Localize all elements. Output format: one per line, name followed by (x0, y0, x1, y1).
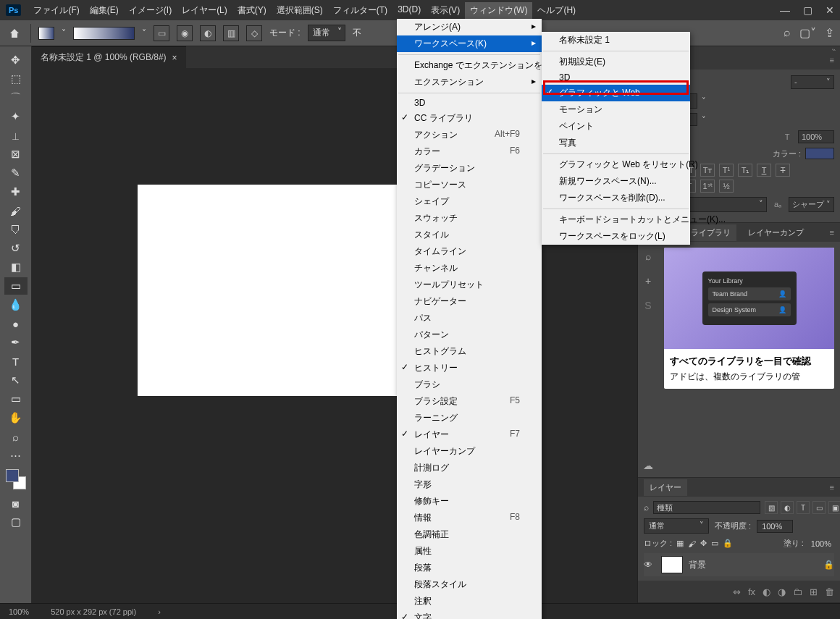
panel-menu-icon[interactable]: ≡ (830, 228, 834, 237)
menu-item[interactable]: タイムライン (397, 243, 542, 260)
layer-comps-tab[interactable]: レイヤーカンプ (748, 227, 804, 238)
close-tab-icon[interactable]: × (172, 53, 177, 63)
blur-tool[interactable]: 💧 (4, 296, 28, 313)
menu-item[interactable]: 色調補正 (397, 526, 542, 543)
menu-item[interactable]: グラフィックと Web をリセット(R) (542, 156, 690, 173)
menu-item[interactable]: ラーニング (397, 410, 542, 426)
menu-item[interactable]: チャンネル (397, 260, 542, 277)
menu-item[interactable]: ブラシ設定F5 (397, 393, 542, 410)
panel-menu-icon[interactable]: ≡ (830, 483, 834, 492)
radial-gradient-icon[interactable]: ◉ (177, 25, 193, 41)
workspace-switcher-icon[interactable]: ▢˅ (799, 26, 816, 40)
adjustment-layer-icon[interactable]: ◑ (778, 586, 786, 597)
menu-item[interactable]: ヒストグラム (397, 343, 542, 360)
menu-item[interactable]: パス (397, 310, 542, 327)
gradient-editor[interactable] (73, 27, 135, 40)
menu-9[interactable]: ウィンドウ(W) (465, 2, 532, 19)
menu-item[interactable]: ✓レイヤーF7 (397, 426, 542, 443)
lib-search-icon[interactable]: ⌕ (645, 250, 651, 262)
home-button[interactable] (6, 25, 23, 42)
linear-gradient-icon[interactable]: ▭ (154, 25, 169, 41)
scale-input[interactable]: 100% (798, 130, 834, 143)
menu-1[interactable]: 編集(E) (85, 2, 124, 19)
color-swatch[interactable] (6, 469, 26, 489)
menu-item[interactable]: ペイント (542, 118, 690, 135)
move-tool[interactable]: ✥ (4, 51, 28, 69)
zoom-tool[interactable]: ⌕ (4, 428, 28, 445)
superscript-button[interactable]: T¹ (719, 164, 734, 177)
lock-position-icon[interactable]: ✥ (700, 539, 707, 548)
zoom-level[interactable]: 100% (9, 607, 29, 616)
quick-select-tool[interactable]: ✦ (4, 108, 28, 125)
marquee-tool[interactable]: ⬚ (4, 70, 28, 88)
font-style-select[interactable]: - ˅ (791, 75, 834, 89)
canvas[interactable] (138, 185, 406, 396)
menu-item[interactable]: 修飾キー (397, 493, 542, 510)
layer-mask-icon[interactable]: ◐ (763, 586, 770, 597)
layer-locked-icon[interactable]: 🔒 (823, 560, 834, 570)
menu-item[interactable]: スウォッチ (397, 210, 542, 227)
menu-item[interactable]: ブラシ (397, 376, 542, 393)
menu-2[interactable]: イメージ(I) (124, 2, 177, 19)
quick-mask-icon[interactable]: ◙ (4, 494, 28, 512)
close-button[interactable]: ✕ (826, 4, 834, 16)
menu-item[interactable]: モーション (542, 101, 690, 118)
lib-cloud-icon[interactable]: ☁ (643, 460, 653, 471)
menu-item[interactable]: 名称未設定 1 (542, 32, 690, 49)
gradient-tool[interactable]: ▭ (4, 277, 28, 295)
layer-name[interactable]: 背景 (689, 559, 706, 571)
menu-item[interactable]: 情報F8 (397, 510, 542, 526)
layer-filter-select[interactable] (653, 501, 760, 514)
type-tool[interactable]: T (4, 353, 28, 370)
menu-item[interactable]: コピーソース (397, 177, 542, 193)
document-info[interactable]: 520 px x 292 px (72 ppi) (51, 607, 136, 616)
menu-item[interactable]: カラーF6 (397, 143, 542, 160)
strikethrough-button[interactable]: T (776, 164, 790, 177)
diamond-gradient-icon[interactable]: ◇ (246, 25, 262, 41)
subscript-button[interactable]: T₁ (738, 164, 752, 177)
menu-item[interactable]: 写真 (542, 135, 690, 151)
healing-tool[interactable]: ✚ (4, 183, 28, 201)
ordinal-button[interactable]: 1ˢᵗ (700, 180, 715, 193)
menu-item[interactable]: レイヤーカンプ (397, 443, 542, 460)
lock-all-icon[interactable]: 🔒 (723, 539, 733, 548)
visibility-icon[interactable]: 👁 (644, 560, 655, 570)
filter-shape-icon[interactable]: ▭ (812, 501, 826, 514)
opacity-input[interactable]: 100% (757, 520, 793, 533)
layer-blend-select[interactable]: 通常˅ (644, 518, 709, 534)
angle-gradient-icon[interactable]: ◐ (200, 25, 216, 41)
smallcaps-button[interactable]: Tᴛ (700, 164, 715, 177)
new-group-icon[interactable]: 🗀 (793, 586, 802, 597)
fraction-button[interactable]: ½ (719, 180, 734, 193)
brush-tool[interactable]: 🖌 (4, 202, 28, 219)
menu-item[interactable]: ✓文字 (397, 610, 542, 619)
menu-item[interactable]: 3D (397, 96, 542, 110)
menu-6[interactable]: フィルター(T) (328, 2, 392, 19)
dodge-tool[interactable]: ● (4, 315, 28, 332)
menu-item[interactable]: スタイル (397, 227, 542, 243)
history-brush-tool[interactable]: ↺ (4, 240, 28, 257)
menu-4[interactable]: 書式(Y) (232, 2, 272, 19)
menu-3[interactable]: レイヤー(L) (177, 2, 232, 19)
menu-item[interactable]: アクションAlt+F9 (397, 127, 542, 143)
menu-item[interactable]: ツールプリセット (397, 277, 542, 293)
document-tab[interactable]: 名称未設定 1 @ 100% (RGB/8#) × (32, 46, 186, 68)
layers-tab[interactable]: レイヤー (644, 479, 687, 496)
menu-8[interactable]: 表示(V) (426, 2, 465, 19)
library-card[interactable]: Your Library Team Brand👤 Design System👤 … (664, 248, 834, 389)
menu-item[interactable]: ✓CC ライブラリ (397, 110, 542, 127)
menu-item[interactable]: ✓ヒストリー (397, 360, 542, 376)
menu-item[interactable]: 計測ログ (397, 460, 542, 476)
menu-item[interactable]: 新規ワークスペース(N)... (542, 173, 690, 190)
menu-item[interactable]: エクステンション▸ (397, 74, 542, 90)
lib-sync-icon[interactable]: S (644, 300, 651, 311)
eraser-tool[interactable]: ◧ (4, 258, 28, 276)
menu-item[interactable]: キーボードショートカットとメニュー(K)... (542, 211, 690, 228)
blend-mode-select[interactable]: 通常 ˅ (308, 25, 345, 41)
menu-item[interactable]: グラデーション (397, 160, 542, 177)
menu-item[interactable]: アレンジ(A)▸ (397, 19, 542, 35)
layer-thumbnail[interactable] (661, 556, 683, 573)
gradient-dropdown-icon[interactable]: ˅ (142, 28, 146, 38)
link-layers-icon[interactable]: ⇔ (733, 586, 741, 597)
layer-row[interactable]: 👁 背景 🔒 (644, 553, 834, 576)
